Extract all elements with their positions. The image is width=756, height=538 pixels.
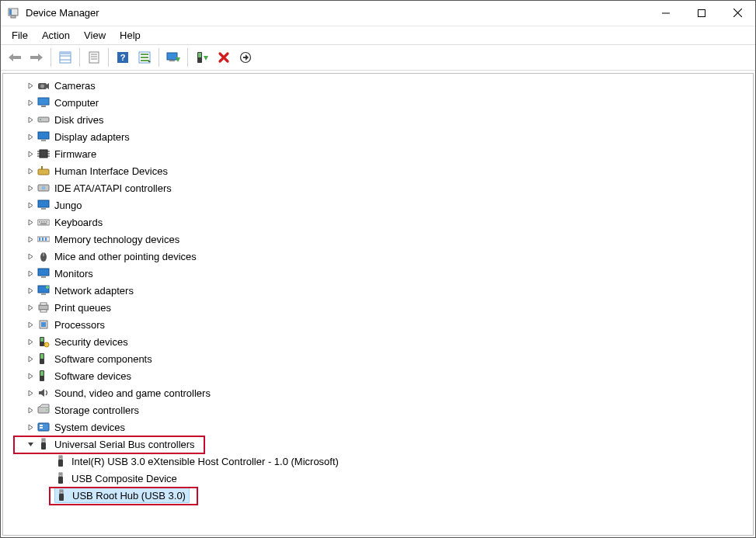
menu-action[interactable]: Action bbox=[36, 28, 76, 43]
expander-closed-icon[interactable] bbox=[25, 285, 36, 296]
expander-closed-icon[interactable] bbox=[25, 404, 36, 415]
toolbar-scan-hardware-button[interactable] bbox=[235, 47, 256, 68]
tree-row[interactable]: Disk drives bbox=[3, 111, 753, 128]
expander-closed-icon[interactable] bbox=[25, 97, 36, 108]
tree-row[interactable]: Processors bbox=[3, 316, 753, 333]
tree-item[interactable]: Software devices bbox=[37, 368, 133, 384]
expander-closed-icon[interactable] bbox=[25, 217, 36, 227]
tree-item[interactable]: Display adapters bbox=[37, 129, 131, 144]
tree-item[interactable]: Disk drives bbox=[37, 112, 106, 127]
expander-closed-icon[interactable] bbox=[25, 114, 36, 125]
device-tree[interactable]: CamerasComputerDisk drivesDisplay adapte… bbox=[2, 73, 754, 536]
network-icon bbox=[37, 284, 50, 297]
expander-closed-icon[interactable] bbox=[25, 200, 36, 210]
expander-closed-icon[interactable] bbox=[25, 165, 36, 176]
expander-closed-icon[interactable] bbox=[25, 131, 36, 142]
tree-item-label: IDE ATA/ATAPI controllers bbox=[54, 182, 172, 194]
expander-closed-icon[interactable] bbox=[25, 336, 36, 347]
tree-row[interactable]: System devices bbox=[3, 418, 753, 436]
tree-item[interactable]: Network adapters bbox=[37, 283, 135, 298]
tree-item[interactable]: Print queues bbox=[37, 300, 113, 315]
svg-rect-87 bbox=[43, 439, 44, 441]
close-button[interactable] bbox=[719, 1, 755, 25]
minimize-button[interactable] bbox=[648, 1, 684, 25]
maximize-button[interactable] bbox=[684, 1, 719, 25]
tree-item[interactable]: Jungo bbox=[37, 197, 83, 213]
tree-row[interactable]: Human Interface Devices bbox=[3, 162, 753, 179]
tree-row[interactable]: Software devices bbox=[3, 367, 753, 384]
tree-item[interactable]: Security devices bbox=[37, 334, 130, 349]
tree-item[interactable]: IDE ATA/ATAPI controllers bbox=[37, 180, 173, 196]
expander-closed-icon[interactable] bbox=[25, 80, 36, 91]
tree-item[interactable]: Keyboards bbox=[37, 214, 104, 230]
expander-closed-icon[interactable] bbox=[25, 387, 36, 398]
toolbar-enable-device-button[interactable] bbox=[191, 47, 213, 68]
expander-closed-icon[interactable] bbox=[25, 319, 36, 330]
tree-item[interactable]: Sound, video and game controllers bbox=[37, 385, 212, 401]
expander-closed-icon[interactable] bbox=[25, 422, 36, 432]
tree-row[interactable]: Keyboards bbox=[3, 213, 753, 231]
toolbar-properties-button[interactable] bbox=[83, 47, 105, 68]
tree-item[interactable]: Memory technology devices bbox=[37, 231, 181, 247]
tree-item[interactable]: Human Interface Devices bbox=[37, 163, 169, 179]
forward-button[interactable] bbox=[26, 47, 47, 68]
tree-row[interactable]: Network adapters bbox=[3, 282, 753, 299]
tree-row[interactable]: Firmware bbox=[3, 145, 753, 162]
svg-rect-11 bbox=[89, 52, 99, 63]
tree-item[interactable]: Monitors bbox=[37, 266, 95, 281]
tree-row[interactable]: Cameras bbox=[3, 77, 753, 94]
usb-icon bbox=[55, 489, 68, 502]
back-button[interactable] bbox=[4, 47, 26, 68]
menu-help[interactable]: Help bbox=[113, 28, 147, 43]
tree-row[interactable]: Storage controllers bbox=[3, 401, 753, 418]
tree-item[interactable]: System devices bbox=[37, 419, 127, 435]
menu-file[interactable]: File bbox=[5, 28, 34, 43]
tree-row[interactable]: Intel(R) USB 3.0 eXtensible Host Control… bbox=[3, 453, 753, 470]
tree-row[interactable]: Display adapters bbox=[3, 128, 753, 145]
tree-row[interactable]: USB Composite Device bbox=[3, 470, 753, 487]
toolbar-uninstall-button[interactable] bbox=[213, 47, 235, 68]
tree-row[interactable]: Mice and other pointing devices bbox=[3, 248, 753, 265]
expander-closed-icon[interactable] bbox=[25, 268, 36, 279]
tree-item[interactable]: Software components bbox=[37, 351, 154, 366]
tree-row[interactable]: Universal Serial Bus controllers bbox=[3, 436, 753, 453]
tree-item[interactable]: Mice and other pointing devices bbox=[37, 248, 198, 264]
expander-closed-icon[interactable] bbox=[25, 251, 36, 262]
toolbar-grid-button[interactable] bbox=[54, 47, 76, 68]
toolbar-separator bbox=[159, 48, 159, 67]
toolbar-help-button[interactable]: ? bbox=[112, 47, 134, 68]
tree-item[interactable]: USB Composite Device bbox=[54, 470, 179, 486]
tree-item[interactable]: Universal Serial Bus controllers bbox=[37, 436, 197, 452]
tree-row[interactable]: Print queues bbox=[3, 299, 753, 316]
svg-rect-91 bbox=[60, 456, 61, 458]
expander-closed-icon[interactable] bbox=[25, 234, 36, 245]
app-icon bbox=[7, 7, 19, 19]
usb-icon bbox=[54, 455, 67, 467]
tree-row[interactable]: Security devices bbox=[3, 333, 753, 350]
expander-closed-icon[interactable] bbox=[25, 182, 36, 193]
tree-row[interactable]: Jungo bbox=[3, 196, 753, 213]
tree-item[interactable]: Cameras bbox=[37, 78, 97, 93]
expander-closed-icon[interactable] bbox=[25, 353, 36, 364]
tree-item[interactable]: Processors bbox=[37, 317, 106, 332]
tree-item[interactable]: Firmware bbox=[37, 146, 98, 161]
tree-row[interactable]: IDE ATA/ATAPI controllers bbox=[3, 179, 753, 196]
tree-item[interactable]: Intel(R) USB 3.0 eXtensible Host Control… bbox=[54, 453, 340, 469]
expander-closed-icon[interactable] bbox=[25, 370, 36, 381]
tree-item[interactable]: USB Root Hub (USB 3.0) bbox=[54, 488, 190, 503]
expander-open-icon[interactable] bbox=[25, 439, 36, 449]
toolbar-update-driver-button[interactable] bbox=[162, 47, 184, 68]
tree-row[interactable]: Sound, video and game controllers bbox=[3, 384, 753, 401]
menu-view[interactable]: View bbox=[78, 28, 112, 43]
tree-row[interactable]: USB Root Hub (USB 3.0) bbox=[3, 487, 753, 504]
tree-row[interactable]: Computer bbox=[3, 94, 753, 111]
expander-closed-icon[interactable] bbox=[25, 302, 36, 313]
tree-row[interactable]: Monitors bbox=[3, 265, 753, 282]
svg-rect-77 bbox=[40, 354, 44, 359]
tree-row[interactable]: Software components bbox=[3, 350, 753, 367]
toolbar-list-button[interactable] bbox=[134, 47, 155, 68]
tree-row[interactable]: Memory technology devices bbox=[3, 231, 753, 248]
tree-item[interactable]: Storage controllers bbox=[37, 402, 141, 418]
tree-item[interactable]: Computer bbox=[37, 95, 100, 110]
expander-closed-icon[interactable] bbox=[25, 148, 36, 159]
